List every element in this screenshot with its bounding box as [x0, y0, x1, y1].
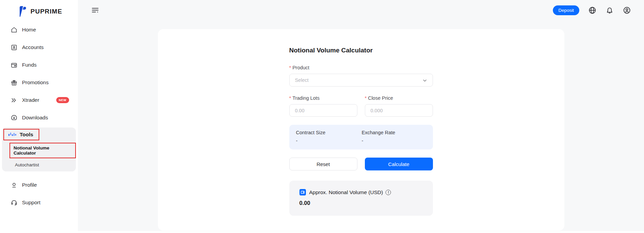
main-content: Notional Volume Calculator *Product Sele… [78, 20, 644, 233]
sidebar-item-promotions[interactable]: Promotions [0, 74, 78, 91]
product-label: *Product [289, 65, 433, 70]
sidebar-item-home[interactable]: Home [0, 21, 78, 39]
reset-button[interactable]: Reset [289, 158, 357, 170]
funds-icon [10, 61, 18, 69]
sidebar-item-downloads[interactable]: Downloads [0, 109, 78, 126]
bottom-strip [78, 231, 644, 233]
tools-icon [8, 132, 16, 137]
sidebar-subitem-label: Notional Volume Calculator [14, 145, 71, 156]
notional-volume-icon [299, 189, 306, 195]
result-value: 0.00 [299, 200, 433, 206]
sidebar-item-label: Tools [20, 132, 33, 138]
sidebar-item-support[interactable]: Support [0, 194, 78, 211]
sidebar-item-label: Funds [22, 62, 37, 68]
sidebar: PUPRIME Home Accounts Funds Promotions [0, 0, 78, 233]
result-box: Approx. Notional Volume (USD) ! 0.00 [289, 181, 433, 216]
sidebar-subitem-label: Autochartist [15, 162, 39, 167]
contract-size-value: - [296, 138, 298, 143]
info-icon[interactable]: ! [386, 190, 391, 195]
sidebar-item-autochartist[interactable]: Autochartist [15, 162, 76, 167]
deposit-button[interactable]: Deposit [553, 5, 579, 15]
support-icon [10, 199, 18, 206]
sidebar-item-xtrader[interactable]: Xtrader NEW [0, 91, 78, 109]
sidebar-item-notional-volume-calculator[interactable]: Notional Volume Calculator [9, 143, 76, 158]
sidebar-item-label: Promotions [22, 79, 48, 86]
trading-lots-label: *Trading Lots [289, 95, 357, 101]
sidebar-item-tools[interactable]: Tools [3, 129, 39, 140]
calculate-button[interactable]: Calculate [365, 158, 433, 170]
accounts-icon [10, 44, 18, 51]
xtrader-icon [10, 96, 18, 104]
downloads-icon [10, 114, 18, 121]
brand-logo[interactable]: PUPRIME [0, 0, 78, 19]
puprime-logo-icon [16, 5, 29, 18]
contract-size-label: Contract Size [296, 130, 326, 135]
sidebar-item-label: Xtrader [22, 97, 39, 103]
required-mark: * [289, 95, 291, 101]
chevron-down-icon [422, 78, 427, 83]
close-price-input[interactable] [365, 104, 433, 117]
sidebar-collapse-icon[interactable] [91, 6, 100, 15]
new-badge: NEW [56, 97, 69, 103]
user-account-icon[interactable] [622, 6, 631, 15]
sidebar-item-label: Profile [22, 182, 37, 188]
sidebar-nav-bottom: Profile Support [0, 176, 78, 211]
promotions-icon [10, 79, 18, 86]
topbar: Deposit [78, 0, 644, 20]
required-mark: * [365, 95, 367, 101]
sidebar-item-label: Downloads [22, 115, 48, 121]
sidebar-item-funds[interactable]: Funds [0, 56, 78, 74]
product-select[interactable]: Select [289, 74, 433, 87]
home-icon [10, 26, 18, 33]
close-price-label: *Close Price [365, 95, 433, 101]
sidebar-item-label: Home [22, 27, 36, 33]
contract-info-panel: Contract Size - Exchange Rate - [289, 125, 433, 149]
sidebar-item-label: Support [22, 200, 40, 206]
sidebar-item-accounts[interactable]: Accounts [0, 39, 78, 56]
trading-lots-input[interactable] [289, 104, 357, 117]
brand-name: PUPRIME [30, 8, 62, 15]
required-mark: * [289, 65, 291, 70]
product-select-placeholder: Select [295, 77, 309, 83]
notifications-bell-icon[interactable] [605, 6, 614, 15]
calculator-card: Notional Volume Calculator *Product Sele… [158, 29, 564, 231]
exchange-rate-label: Exchange Rate [362, 130, 395, 135]
profile-icon [10, 181, 18, 189]
language-globe-icon[interactable] [588, 6, 597, 15]
sidebar-item-profile[interactable]: Profile [0, 176, 78, 194]
exchange-rate-value: - [362, 138, 363, 143]
topbar-actions: Deposit [553, 5, 631, 15]
result-label: Approx. Notional Volume (USD) [309, 189, 383, 195]
page-title: Notional Volume Calculator [289, 47, 433, 54]
tools-group: Tools Notional Volume Calculator Autocha… [2, 127, 76, 171]
sidebar-nav: Home Accounts Funds Promotions Xtrader [0, 21, 78, 126]
sidebar-item-label: Accounts [22, 44, 44, 50]
